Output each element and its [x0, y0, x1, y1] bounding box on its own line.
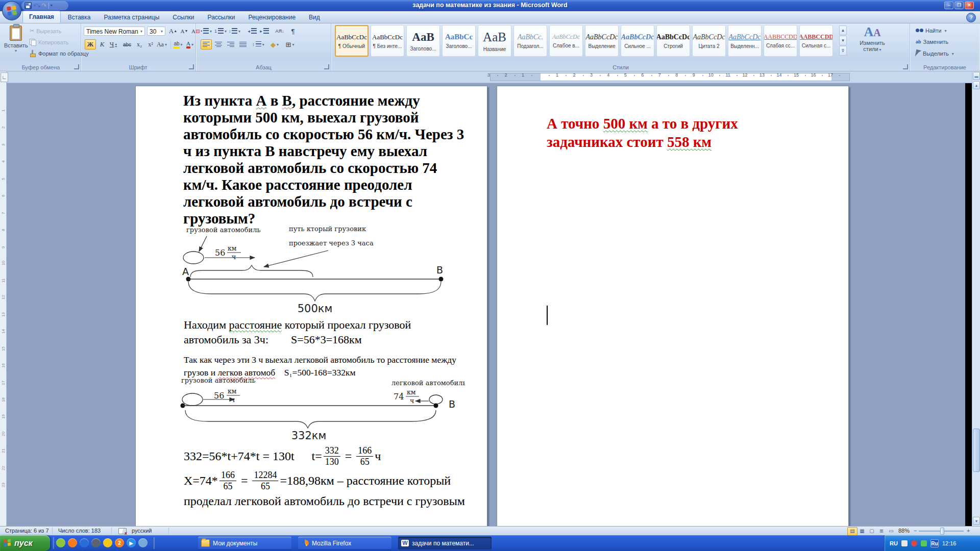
save-icon[interactable] [24, 2, 32, 9]
style-item[interactable]: AaBЗаголово... [406, 25, 440, 57]
style-item[interactable]: AaBbCcDcВыделенн... [728, 25, 762, 57]
style-item[interactable]: AaBНазвание [478, 25, 511, 57]
language-indicator[interactable]: русский [132, 528, 152, 534]
styles-scroll-up-icon[interactable]: ▲ [839, 26, 847, 35]
ribbon-tab-Ссылки[interactable]: Ссылки [166, 12, 200, 23]
grow-font-icon[interactable]: А▲ [167, 26, 179, 36]
strikethrough-button[interactable]: abc [121, 39, 133, 49]
replace-button[interactable]: ab Заменить [916, 39, 948, 45]
style-item[interactable]: AaBbCcDc¶ Обычный [335, 25, 369, 57]
tray-icon-1[interactable] [901, 540, 908, 546]
styles-more-icon[interactable]: ⊽ [839, 46, 847, 56]
start-button[interactable]: пуск [0, 535, 50, 551]
quick-launch-utorrent-icon[interactable] [56, 538, 65, 547]
customize-qat-icon[interactable]: ▾ [51, 4, 53, 8]
undo-icon[interactable]: ↶▾ [33, 3, 40, 9]
style-item[interactable]: AaBbCc.Подзагол... [513, 25, 547, 57]
font-color-button[interactable]: А [184, 39, 195, 49]
proofing-errors-icon[interactable] [118, 528, 127, 534]
zoom-level[interactable]: 88% [898, 528, 910, 534]
paste-button[interactable]: Вставить ▾ [4, 26, 28, 53]
font-dialog-launcher-icon[interactable] [189, 64, 194, 69]
help-icon[interactable]: ? [966, 13, 976, 22]
minimize-button[interactable]: – [944, 2, 953, 9]
highlight-color-button[interactable]: ab [173, 39, 184, 49]
styles-dialog-launcher-icon[interactable] [903, 64, 908, 69]
increase-indent-button[interactable]: ▸ [259, 26, 270, 36]
numbering-button[interactable]: 1 [215, 26, 226, 36]
italic-button[interactable]: К [96, 39, 108, 49]
page-6[interactable]: Из пункта А в В, расстояние междукоторым… [135, 86, 487, 526]
styles-scroll-down-icon[interactable]: ▼ [839, 36, 847, 45]
style-item[interactable]: AaBbCcDcВыделение [585, 25, 619, 57]
view-outline-icon[interactable]: ≣ [876, 527, 887, 536]
font-name-combo[interactable]: Times New Roman [84, 27, 145, 36]
view-web-layout-icon[interactable]: ▢ [867, 527, 877, 536]
taskbar-window-button[interactable]: Wзадачи по математи... [398, 537, 492, 549]
ribbon-tab-Рассылки[interactable]: Рассылки [202, 12, 241, 23]
style-item[interactable]: AABBCCDDСлабая сс... [764, 25, 797, 57]
align-left-button[interactable] [201, 39, 212, 49]
find-button[interactable]: Найти [916, 28, 946, 34]
page-7[interactable]: А точно 500 км а то в другихзадачниках с… [497, 86, 849, 526]
maximize-button[interactable]: ❐ [954, 2, 964, 9]
view-draft-icon[interactable]: ▭ [886, 527, 896, 536]
decrease-indent-button[interactable]: ◂ [247, 26, 258, 36]
style-item[interactable]: AaBbCcDcСтрогий [656, 25, 690, 57]
style-item[interactable]: AaBbCcDcЦитата 2 [692, 25, 726, 57]
page-indicator[interactable]: Страница: 6 из 7 [5, 528, 49, 534]
align-center-button[interactable] [213, 39, 224, 49]
justify-button[interactable] [237, 39, 249, 49]
vertical-scrollbar[interactable]: ▬ ▲ ▼ [972, 71, 980, 526]
tray-icon-2[interactable] [911, 540, 917, 546]
ribbon-tab-Разметка страницы[interactable]: Разметка страницы [97, 12, 165, 23]
style-item[interactable]: AaBbCcDc¶ Без инте... [371, 25, 404, 57]
tab-stop-selector[interactable]: ∟ [1, 72, 8, 82]
paragraph-dialog-launcher-icon[interactable] [324, 64, 329, 69]
multilevel-list-button[interactable]: ⁝ [229, 26, 240, 36]
office-button[interactable] [2, 1, 21, 20]
quick-launch-lightning-app-icon[interactable] [103, 538, 112, 547]
style-item[interactable]: AaBbCcDcСлабое в... [549, 25, 583, 57]
subscript-button[interactable]: x₂ [134, 39, 145, 49]
view-print-layout-icon[interactable]: ▤ [847, 527, 857, 536]
taskbar-window-button[interactable]: Мои документы [198, 537, 291, 549]
quick-launch-firefox-icon[interactable] [80, 538, 89, 547]
ribbon-tab-Главная[interactable]: Главная [22, 11, 61, 23]
quick-launch-messenger-app-icon[interactable] [138, 538, 148, 547]
align-right-button[interactable] [225, 39, 236, 49]
scroll-up-icon[interactable]: ▲ [973, 81, 980, 89]
format-painter-button[interactable]: Формат по образцу [30, 50, 89, 57]
style-item[interactable]: AABBCCDDСильная с... [799, 25, 833, 57]
scrollbar-thumb[interactable] [973, 429, 980, 472]
taskbar-window-button[interactable]: Mozilla Firefox [298, 537, 391, 549]
borders-button[interactable]: ⊞ [284, 39, 296, 49]
view-fullscreen-icon[interactable]: ▦ [857, 527, 867, 536]
quick-launch-media-player-icon[interactable]: ▶ [127, 538, 136, 547]
keyboard-layout[interactable]: RU [890, 540, 898, 546]
clipboard-dialog-launcher-icon[interactable] [74, 64, 79, 69]
change-case-button[interactable]: Аа [156, 39, 167, 49]
zoom-out-icon[interactable]: − [914, 528, 917, 534]
change-styles-button[interactable]: АА Изменить стили [850, 24, 894, 52]
scroll-down-icon[interactable]: ▼ [973, 517, 980, 525]
bullets-button[interactable]: • [201, 26, 212, 36]
ribbon-tab-Вставка[interactable]: Вставка [62, 12, 97, 23]
zoom-in-icon[interactable]: + [967, 528, 970, 534]
underline-button[interactable]: Ч [108, 39, 119, 49]
shading-button[interactable]: ◆ [269, 39, 280, 49]
quick-launch-orange-ball-app-icon[interactable] [68, 538, 77, 547]
font-size-combo[interactable]: 30 [147, 27, 165, 36]
ribbon-tab-Рецензирование[interactable]: Рецензирование [242, 12, 302, 23]
ribbon-tab-Вид[interactable]: Вид [303, 12, 326, 23]
ruler-toggle-icon[interactable]: ▬ [973, 72, 980, 80]
show-marks-button[interactable]: ¶ [287, 26, 299, 36]
clock[interactable]: 12:16 [942, 540, 957, 546]
sort-button[interactable]: АЯ↓ [274, 26, 285, 36]
line-spacing-button[interactable]: ↕ [253, 39, 264, 49]
bold-button[interactable]: Ж [85, 39, 96, 49]
word-count[interactable]: Число слов: 183 [58, 528, 101, 534]
zoom-slider-thumb[interactable] [940, 528, 944, 535]
quick-launch-grey-app-icon[interactable] [91, 538, 101, 547]
tray-icon-3[interactable] [921, 540, 927, 546]
